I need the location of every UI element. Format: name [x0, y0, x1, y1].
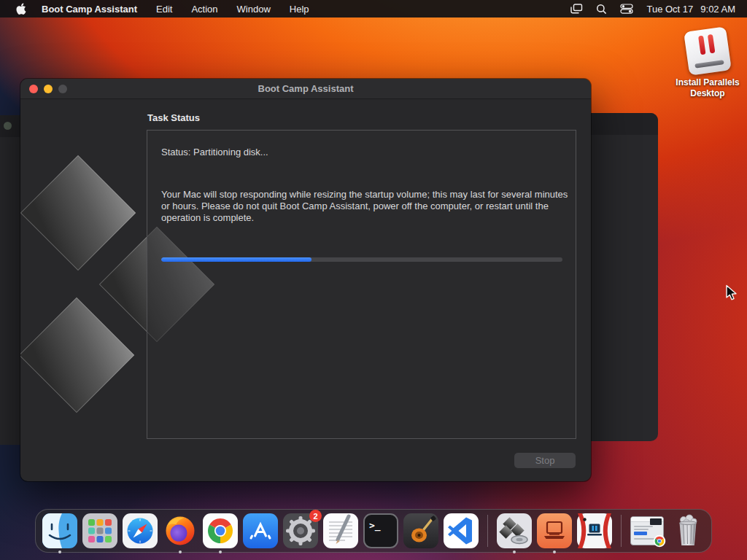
finder-icon [42, 513, 77, 548]
dock-item-firefox[interactable] [163, 513, 198, 548]
dock-separator [487, 515, 488, 547]
dock-item-launchpad[interactable] [82, 513, 117, 548]
trash-full-icon [670, 513, 705, 548]
chrome-badge-icon [653, 534, 666, 548]
dock-item-google-chrome[interactable] [203, 513, 238, 548]
menubar-app-name[interactable]: Boot Camp Assistant [32, 4, 147, 15]
textedit-icon [323, 513, 358, 548]
bootcamp-logo-diamond [20, 155, 136, 271]
menubar-time: 9:02 AM [700, 4, 735, 15]
dock-item-finder[interactable] [42, 513, 77, 548]
menubar-date: Tue Oct 17 [646, 4, 693, 15]
apple-menu[interactable] [10, 3, 32, 15]
background-window-left[interactable] [0, 115, 20, 445]
dock-item-vs-code[interactable] [444, 513, 479, 548]
bootcamp-assistant-window: Boot Camp Assistant Task Status Status: … [20, 79, 591, 481]
apple-icon [16, 3, 26, 15]
dock: 2 >_ [35, 509, 712, 553]
progress-bar [161, 257, 562, 262]
warning-text: Your Mac will stop responding while resi… [161, 189, 574, 224]
background-window-right[interactable] [591, 113, 658, 441]
safari-icon [123, 513, 158, 548]
window-title: Boot Camp Assistant [20, 83, 591, 94]
dock-item-app-store[interactable] [243, 513, 278, 548]
menu-action[interactable]: Action [182, 4, 227, 15]
windows-stack-icon[interactable] [570, 4, 583, 14]
dock-item-garageband[interactable] [403, 513, 438, 548]
menu-edit[interactable]: Edit [147, 4, 182, 15]
menu-window[interactable]: Window [228, 4, 280, 15]
app-store-icon [243, 513, 278, 548]
vs-code-icon [444, 513, 479, 548]
terminal-icon: >_ [363, 513, 398, 548]
task-status-heading: Task Status [147, 112, 200, 123]
dim-traffic-light [4, 122, 12, 130]
dock-item-system-settings[interactable]: 2 [283, 513, 318, 548]
close-button[interactable] [29, 85, 38, 93]
dock-item-parallels-installer[interactable] [537, 513, 572, 548]
menubar-clock[interactable]: Tue Oct 17 9:02 AM [646, 4, 735, 15]
menu-bar: Boot Camp Assistant Edit Action Window H… [0, 0, 747, 18]
dock-item-trash[interactable] [670, 513, 705, 548]
desktop: Boot Camp Assistant Edit Action Window H… [0, 0, 747, 560]
mouse-cursor [724, 284, 738, 302]
svg-text:>_: >_ [369, 520, 381, 532]
dock-separator [621, 515, 622, 547]
background-window-right-titlebar [591, 113, 658, 135]
desktop-icon-install-parallels[interactable]: Install Parallels Desktop [667, 29, 747, 99]
status-text: Status: Partitioning disk... [161, 147, 268, 158]
spotlight-search-icon[interactable] [596, 4, 607, 15]
minimize-button[interactable] [44, 85, 53, 93]
bootcamp-logo-diamond [20, 298, 134, 413]
menu-help[interactable]: Help [280, 4, 319, 15]
settings-badge: 2 [309, 510, 322, 522]
desktop-icon-label: Install Parallels Desktop [667, 77, 747, 99]
parallels-desktop-icon [577, 513, 612, 548]
dock-item-terminal[interactable]: >_ [363, 513, 398, 548]
firefox-icon [163, 513, 198, 548]
dock-item-minimized-window[interactable] [630, 513, 665, 548]
dock-item-safari[interactable] [123, 513, 158, 548]
minimized-window-thumbnail [630, 516, 664, 545]
window-titlebar[interactable]: Boot Camp Assistant [20, 79, 591, 99]
launchpad-icon [82, 513, 117, 548]
parallels-installer-drive-icon [684, 26, 732, 75]
dock-item-textedit[interactable] [323, 513, 358, 548]
parallels-installer-icon [537, 513, 572, 548]
background-window-left-titlebar [0, 115, 20, 137]
chrome-icon [203, 513, 238, 548]
zoom-button-disabled [58, 85, 67, 93]
stop-button[interactable]: Stop [514, 453, 576, 468]
garageband-icon [403, 513, 438, 548]
boot-camp-icon [497, 513, 532, 548]
progress-fill [161, 257, 311, 262]
task-status-panel: Status: Partitioning disk... Your Mac wi… [147, 130, 576, 439]
dock-item-parallels-desktop[interactable] [577, 513, 612, 548]
dock-item-boot-camp-assistant[interactable] [497, 513, 532, 548]
control-center-icon[interactable] [620, 4, 633, 14]
